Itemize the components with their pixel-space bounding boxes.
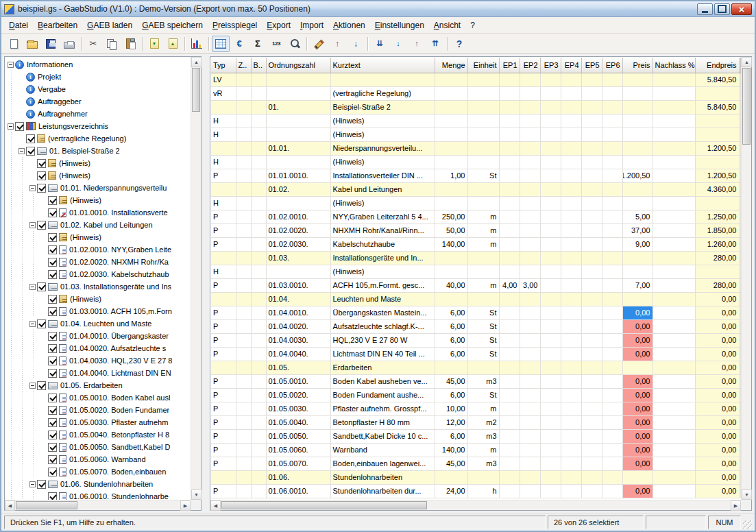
cell-nachlass[interactable]: [653, 470, 695, 484]
cell-nachlass[interactable]: [653, 155, 695, 169]
tree-checkbox[interactable]: [48, 468, 57, 476]
cell-preis[interactable]: [622, 196, 653, 210]
cell-ep1[interactable]: [499, 155, 520, 169]
cell-menge[interactable]: [435, 251, 467, 265]
cell-ep5[interactable]: [581, 100, 602, 114]
cell-ep1[interactable]: [499, 128, 520, 141]
scroll-right-arrow-icon[interactable]: [731, 500, 741, 511]
cell-einheit[interactable]: h: [467, 484, 499, 498]
cell-menge[interactable]: 45,00: [435, 374, 467, 388]
cell-ep4[interactable]: [561, 237, 581, 251]
cell-ep4[interactable]: [561, 306, 581, 319]
cell-ep4[interactable]: [561, 86, 581, 100]
cell-z[interactable]: [236, 457, 251, 470]
cell-ep4[interactable]: [561, 415, 581, 429]
cell-ep3[interactable]: [540, 347, 561, 361]
cell-ep5[interactable]: [581, 210, 602, 223]
cell-z[interactable]: [236, 196, 251, 210]
move-down-button[interactable]: ↓: [347, 36, 365, 52]
cell-ep2[interactable]: [520, 484, 540, 498]
menu-item-datei[interactable]: Datei: [4, 19, 33, 32]
cell-ep1[interactable]: [499, 319, 520, 333]
cell-menge[interactable]: [435, 155, 467, 169]
cell-ep3[interactable]: [540, 265, 561, 278]
cell-ep2[interactable]: [520, 443, 540, 457]
tree-checkbox[interactable]: [48, 344, 57, 353]
expand-level-button[interactable]: ↓: [389, 36, 407, 52]
cell-ep4[interactable]: [561, 333, 581, 347]
tree-item[interactable]: Informationen: [5, 58, 191, 71]
cell-endpreis[interactable]: [695, 265, 739, 278]
cell-kurztext[interactable]: Stundenlohnarbeiten: [330, 470, 435, 484]
cell-oz[interactable]: [266, 155, 330, 169]
cell-ep3[interactable]: [540, 141, 561, 155]
cell-z[interactable]: [236, 374, 251, 388]
tree-vertical-scrollbar[interactable]: [191, 57, 201, 500]
cell-ep2[interactable]: [520, 86, 540, 100]
cell-ep2[interactable]: [520, 402, 540, 415]
cell-ep6[interactable]: [602, 443, 622, 457]
new-file-button[interactable]: [5, 36, 23, 52]
cell-ep1[interactable]: [499, 265, 520, 278]
tree-item[interactable]: Leistungsverzeichnis: [5, 120, 191, 132]
cell-ep1[interactable]: [499, 443, 520, 457]
cell-b[interactable]: [251, 388, 266, 402]
cell-nachlass[interactable]: [653, 196, 695, 210]
cell-ep2[interactable]: [520, 347, 540, 361]
cell-z[interactable]: [236, 306, 251, 319]
cell-kurztext[interactable]: ACFH 105,m.Formt. gesc...: [330, 278, 435, 292]
cell-ep2[interactable]: [520, 333, 540, 347]
cell-ep5[interactable]: [581, 347, 602, 361]
scroll-right-arrow-icon[interactable]: [180, 500, 191, 511]
help-button[interactable]: ?: [450, 36, 468, 52]
cell-einheit[interactable]: St: [467, 169, 499, 182]
cell-nachlass[interactable]: [653, 388, 695, 402]
column-header-nachlass[interactable]: Nachlass %: [653, 58, 695, 73]
cell-ep6[interactable]: [602, 457, 622, 470]
cell-endpreis[interactable]: 0,00: [695, 429, 739, 443]
tree-item[interactable]: Projekt: [5, 71, 191, 83]
cell-ep4[interactable]: [561, 361, 581, 374]
cell-einheit[interactable]: [467, 141, 499, 155]
tree-checkbox[interactable]: [37, 381, 46, 390]
cell-nachlass[interactable]: [653, 374, 695, 388]
cell-menge[interactable]: [435, 73, 467, 86]
tree-item[interactable]: 01.04.0010. Übergangskaster: [5, 330, 191, 342]
cell-ep2[interactable]: [520, 388, 540, 402]
cell-b[interactable]: [251, 278, 266, 292]
cell-endpreis[interactable]: 1.250,00: [695, 210, 739, 223]
tree-checkbox[interactable]: [48, 394, 57, 402]
cell-nachlass[interactable]: [653, 265, 695, 278]
cell-ep6[interactable]: [602, 470, 622, 484]
cell-ep3[interactable]: [540, 169, 561, 182]
cell-endpreis[interactable]: 0,00: [695, 306, 739, 319]
open-file-button[interactable]: [23, 36, 41, 52]
cell-ep6[interactable]: [602, 114, 622, 128]
tree-item[interactable]: Auftraggeber: [5, 95, 191, 108]
tree-checkbox[interactable]: [26, 147, 35, 156]
cell-menge[interactable]: 40,00: [435, 278, 467, 292]
column-header-typ[interactable]: Typ: [211, 58, 236, 73]
cell-menge[interactable]: 45,00: [435, 457, 467, 470]
tree-item[interactable]: 01.01. Niederspannungsverteilu: [5, 182, 191, 194]
cell-typ[interactable]: P: [211, 347, 236, 361]
cell-endpreis[interactable]: 0,00: [695, 443, 739, 457]
panel-splitter[interactable]: [204, 56, 207, 511]
cell-oz[interactable]: 01.02.: [266, 182, 330, 196]
cell-preis[interactable]: [622, 361, 653, 374]
cell-menge[interactable]: 140,00: [435, 237, 467, 251]
paste-button[interactable]: [121, 36, 139, 52]
cell-ep4[interactable]: [561, 73, 581, 86]
cell-nachlass[interactable]: [653, 128, 695, 141]
cell-ep5[interactable]: [581, 388, 602, 402]
cell-z[interactable]: [236, 443, 251, 457]
cell-endpreis[interactable]: 0,00: [695, 484, 739, 498]
cell-ep3[interactable]: [540, 429, 561, 443]
cell-z[interactable]: [236, 265, 251, 278]
cell-ep1[interactable]: [499, 361, 520, 374]
cell-endpreis[interactable]: 5.840,50: [695, 73, 739, 86]
scroll-thumb[interactable]: [192, 68, 200, 112]
cell-typ[interactable]: P: [211, 237, 236, 251]
cell-preis[interactable]: 0,00: [622, 319, 653, 333]
cell-oz[interactable]: 01.04.0030.: [266, 333, 330, 347]
